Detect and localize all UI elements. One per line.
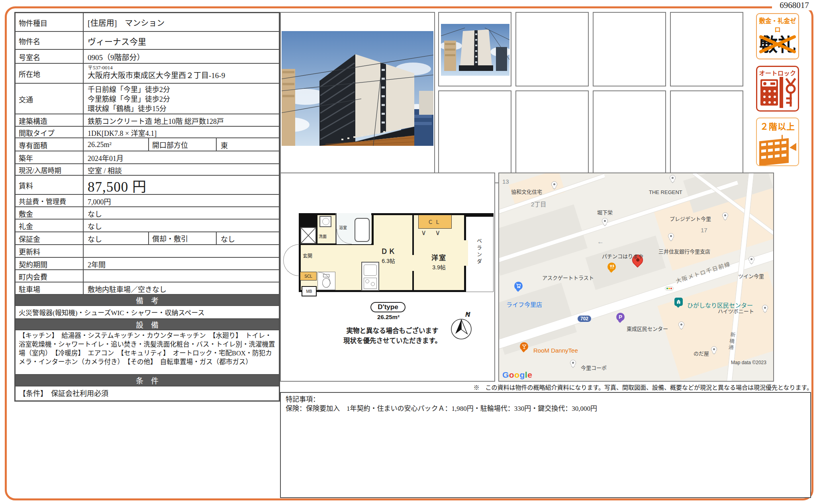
address: 大阪府大阪市東成区大今里西２丁目-16-9: [88, 71, 279, 80]
main-photo-frame: [280, 12, 435, 183]
row-value-2: なし: [217, 232, 279, 244]
table-row: 賃料87,500 円: [16, 176, 279, 195]
map-label: 702: [577, 315, 592, 322]
row-label: 号室名: [16, 50, 84, 63]
map-label: 17: [701, 227, 707, 233]
row-value: 敷地内駐車場／空きなし: [84, 282, 279, 294]
map-pin-poi: [668, 233, 674, 239]
row-label: 敷金: [16, 207, 84, 219]
photo-frame-empty: [515, 12, 589, 86]
transit-line: 今里筋線「今里」徒歩2分: [88, 94, 279, 104]
row-value: 空室 / 相談: [84, 164, 279, 175]
map-label: 堀下栄: [597, 208, 613, 216]
row-value: 0905（9階部分）: [84, 50, 279, 63]
row-value: ヴィーナス今里: [84, 32, 279, 49]
map-label: Map data ©2023: [731, 360, 766, 365]
google-logo-letter: e: [527, 370, 532, 379]
map-pin-civic: [674, 298, 683, 306]
table-row: 物件種目[住居用] マンション: [16, 13, 279, 32]
row-label: 町内会費: [16, 270, 84, 282]
map-label: 今里コーポ: [581, 364, 607, 371]
property-sheet: 6968017 物件種目[住居用] マンション 物件名ヴィーナス今里 号室名09…: [0, 0, 819, 504]
document-number: 6968017: [772, 0, 817, 10]
balcony-label: ベランダ: [475, 238, 483, 265]
row-label: 契約期間: [16, 258, 84, 269]
google-logo: Google: [502, 370, 532, 380]
table-row: 礼金なし: [16, 220, 279, 232]
table-row: 共益費・管理費7,000円: [16, 195, 279, 207]
biko-content: 火災警報器(報知機)・シューズWIC・シャワー・収納スペース: [16, 306, 279, 319]
map-pin-poi: [762, 305, 768, 311]
row-value: なし: [84, 220, 279, 231]
balcony: ベランダ: [465, 213, 494, 292]
map-label: ハイツボニート: [718, 307, 754, 315]
row-label-2: 開口部方位: [148, 138, 217, 151]
postal-code: 〒537-0014: [88, 65, 279, 71]
table-row: 間取タイプ1DK[DK7.8 × 洋室4.1]: [16, 127, 279, 138]
row-value: なし: [84, 207, 279, 219]
map-pin-poi: [722, 212, 728, 218]
genkan-label: 玄関: [303, 252, 312, 259]
senmen-label: 洗面: [319, 233, 327, 239]
map-pin-signal: [665, 286, 674, 290]
row-label: 物件種目: [16, 13, 84, 31]
table-row: 物件名ヴィーナス今里: [16, 32, 279, 50]
photo-frame-empty: [515, 90, 589, 183]
badge-upper-floor-title: ２階以上: [757, 120, 798, 132]
building-photo-main: [282, 31, 433, 146]
map-label: のだ屋: [694, 349, 709, 357]
photo-frame-empty: [670, 90, 743, 183]
row-value: [住居用] マンション: [84, 13, 279, 31]
disclaimer-text: ※ この資料は物件の概略紹介資料になります。写真、間取図面、設備、概要などが現況…: [280, 383, 813, 391]
key-icon: [784, 78, 798, 108]
closet-door-marks: ∨∨: [421, 228, 449, 237]
notes-title: 特記事項：: [286, 395, 805, 404]
western-room: 洋室 3.9帖: [425, 252, 453, 271]
google-logo-letter: g: [520, 370, 525, 379]
row-label: 間取タイプ: [16, 127, 84, 137]
badge-upper-floor: ２階以上: [756, 118, 799, 166]
row-value: 2024年01月: [84, 151, 279, 163]
row-label: 所在地: [16, 64, 84, 83]
badge-no-deposit-title: 敷金・礼金ゼロ: [757, 16, 798, 33]
row-value: 7,000円: [84, 195, 279, 206]
map-pin-bar: [520, 342, 528, 351]
map-pin-cart: [514, 282, 523, 290]
map-pin-poi: [678, 322, 684, 328]
row-label: 専有面積: [16, 138, 84, 151]
autolock-icon: [757, 77, 798, 109]
joken-content: 【条件】 保証会社利用必須: [16, 386, 279, 400]
plan-area-label: 26.25m²: [361, 314, 416, 320]
map-pin-poi: [748, 256, 754, 262]
bathtub-icon: [355, 218, 370, 242]
floorplan: ベランダ 浴室 洗面 玄関 SCL MB ＣＬ ∨∨: [280, 173, 495, 382]
badge-autolock: オートロック: [756, 66, 799, 112]
row-value: 2年間: [84, 258, 279, 269]
table-row: 専有面積26.25m²開口部方位東: [16, 138, 279, 151]
table-row: 現況/入居時期空室 / 相談: [16, 164, 279, 176]
table-row: 交通千日前線「今里」徒歩2分今里筋線「今里」徒歩2分環状線「鶴橋」徒歩15分: [16, 84, 279, 114]
table-row: 契約期間2年間: [16, 258, 279, 270]
row-label: 更新料: [16, 245, 84, 257]
map-label: 協和文化住宅: [511, 188, 542, 195]
google-logo-letter: o: [509, 370, 514, 379]
notes-body: 保険：保険要加入 1年契約・住まいの安心パックＡ：1,980円・駐輪場代：330…: [286, 404, 805, 414]
property-table: 物件種目[住居用] マンション 物件名ヴィーナス今里 号室名0905（9階部分）…: [14, 12, 280, 402]
row-value: なし: [84, 232, 148, 244]
row-label: 現況/入居時期: [16, 164, 84, 175]
google-logo-letter: G: [502, 370, 509, 379]
map-label: 13: [502, 178, 509, 185]
photo-frame-empty: [438, 90, 511, 183]
transit-line: 千日前線「今里」徒歩2分: [88, 85, 279, 94]
table-row: 敷金なし: [16, 207, 279, 220]
badge-no-deposit: 敷金・礼金ゼロ 敷礼: [756, 13, 799, 59]
building-arrow-icon: [758, 133, 797, 165]
row-value: 26.25m²: [84, 138, 148, 151]
row-label: 共益費・管理費: [16, 195, 84, 206]
map-pin-poi: [570, 360, 576, 366]
table-row: 更新料: [16, 245, 279, 258]
rent-price: 87,500 円: [84, 176, 279, 194]
entrance-door-arc: [283, 260, 299, 276]
row-label: 交通: [16, 84, 84, 114]
location-map: 13協和文化住宅2丁目THE REGENT堀下栄プレジデント今里17三井住友銀行…: [498, 173, 774, 382]
